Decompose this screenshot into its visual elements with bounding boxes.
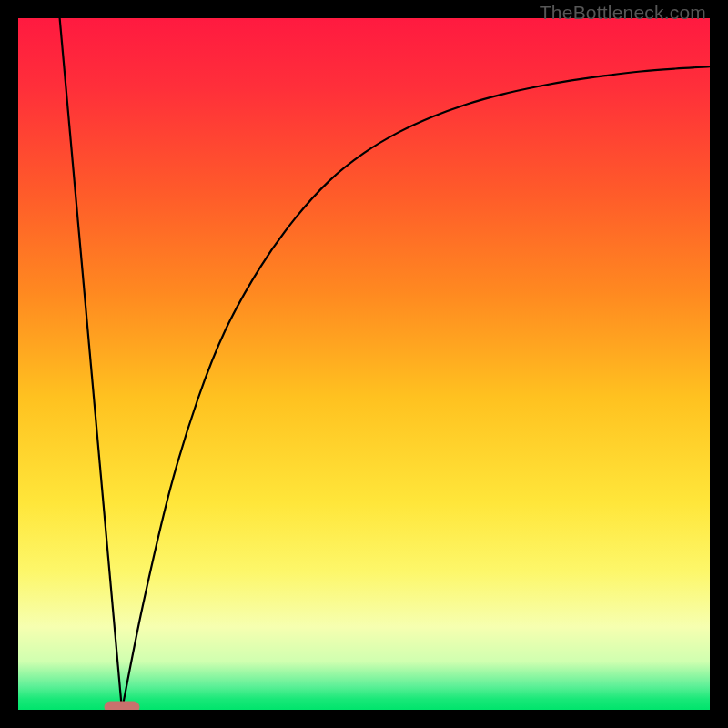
gradient-background — [18, 18, 710, 710]
chart-frame — [18, 18, 710, 710]
minimum-marker — [105, 702, 139, 710]
chart-svg — [18, 18, 710, 710]
watermark-text: TheBottleneck.com — [540, 2, 706, 24]
